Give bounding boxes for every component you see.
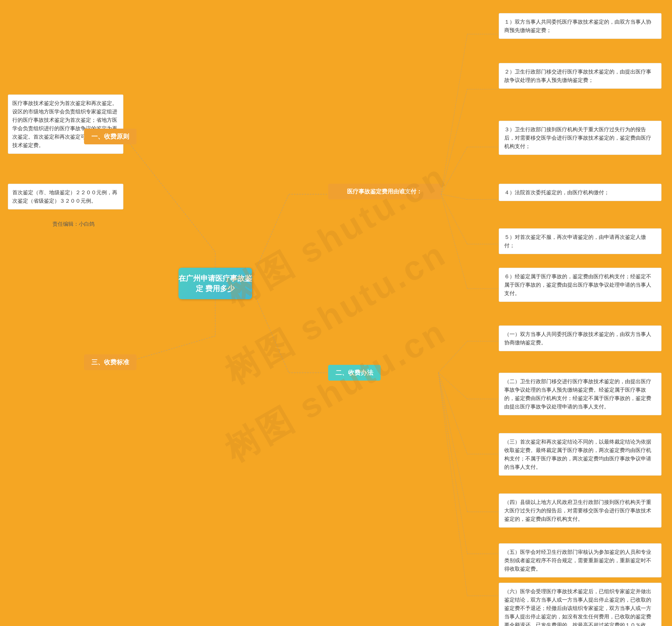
method-box-2: （二）卫生行政部门移交进行医疗事故技术鉴定的，由提出医疗事故争议处理的当事人预先… (499, 373, 662, 415)
fee-box-3: ３）卫生行政部门接到医疗机构关于重大医疗过失行为的报告后，对需要移交医学会进行医… (499, 121, 662, 155)
branch-charge-method: 二、收费办法 (328, 365, 381, 381)
svg-line-14 (441, 194, 467, 199)
fee-box-1: １）双方当事人共同委托医疗事故技术鉴定的，由双方当事人协商预先缴纳鉴定费； (499, 13, 662, 39)
svg-line-3 (126, 336, 215, 362)
center-node: 在广州申请医疗事故鉴定 费用多少 (178, 268, 252, 299)
svg-line-26 (438, 373, 467, 512)
svg-line-6 (252, 289, 289, 373)
fee-box-4: ４）法院首次委托鉴定的，由医疗机构缴付； (499, 184, 662, 201)
svg-line-1 (126, 139, 215, 252)
svg-line-8 (441, 34, 467, 194)
method-box-6: （六）医学会受理医疗事故技术鉴定后，已组织专家鉴定并做出鉴定结论，双方当事人或一… (499, 583, 662, 626)
principle-info-box: 医疗事故技术鉴定分为首次鉴定和再次鉴定。设区的市级地方医学会负责组织专家鉴定组进… (8, 95, 123, 154)
method-box-4: （四）县级以上地方人民政府卫生行政部门接到医疗机构关于重大医疗过失行为的报告后，… (499, 493, 662, 528)
branch-principle: 一、收费原则 (84, 128, 137, 144)
method-box-1: （一）双方当事人共同委托医疗事故技术鉴定的，由双方当事人协商缴纳鉴定费。 (499, 326, 662, 351)
svg-line-28 (438, 373, 467, 554)
branch-appraisal-fee: 医疗事故鉴定费用由谁支付： (328, 184, 441, 199)
svg-line-18 (441, 194, 467, 289)
svg-line-10 (441, 89, 467, 194)
branch-standard: 三、收费标准 (84, 354, 137, 370)
standard-info-box: 首次鉴定（市、地级鉴定）２２００元例，再次鉴定（省级鉴定）３２００元例。 (8, 184, 123, 210)
connectors (0, 0, 672, 626)
editor-label: 责任编辑：小白鸽 (52, 220, 95, 227)
svg-line-12 (441, 147, 467, 194)
svg-line-24 (438, 373, 467, 454)
fee-box-5: ５）对首次鉴定不服，再次申请鉴定的，由申请再次鉴定人缴付； (499, 228, 662, 254)
svg-line-4 (252, 194, 289, 278)
fee-box-6: ６）经鉴定属于医疗事故的，鉴定费由医疗机构支付；经鉴定不属于医疗事故的，鉴定费由… (499, 268, 662, 302)
svg-line-20 (438, 341, 467, 373)
svg-line-16 (441, 194, 467, 244)
fee-box-2: ２）卫生行政部门移交进行医疗事故技术鉴定的，由提出医疗事故争议处理的当事人预先缴… (499, 63, 662, 89)
svg-line-22 (438, 373, 467, 399)
method-box-5: （五）医学会对经卫生行政部门审核认为参加鉴定的人员和专业类别或者鉴定程序不符合规… (499, 543, 662, 577)
method-box-3: （三）首次鉴定和再次鉴定结论不同的，以最终裁定结论为依据收取鉴定费。最终裁定属于… (499, 433, 662, 476)
svg-line-30 (438, 373, 467, 596)
mind-map: 在广州申请医疗事故鉴定 费用多少 医疗事故技术鉴定分为首次鉴定和再次鉴定。设区的… (0, 0, 672, 626)
